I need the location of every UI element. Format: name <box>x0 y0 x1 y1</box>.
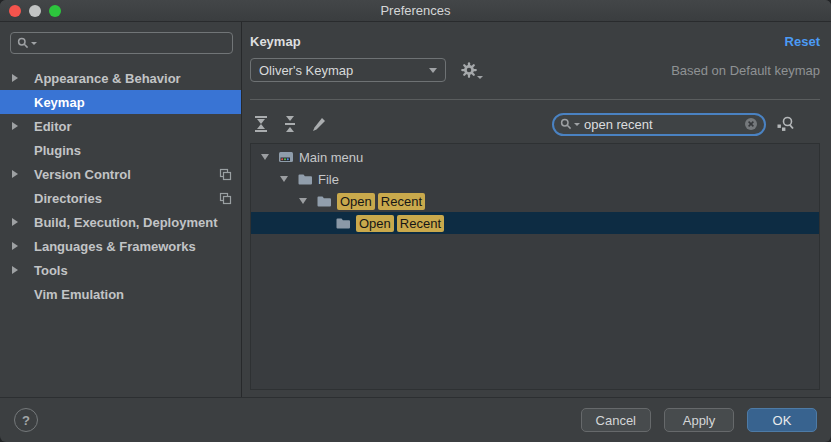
collapse-all-icon[interactable] <box>282 116 298 132</box>
keymap-select-dropdown[interactable]: Oliver's Keymap <box>250 58 446 82</box>
folder-icon <box>335 215 351 231</box>
expand-arrow-icon[interactable] <box>12 242 18 250</box>
sidebar-item-version-control[interactable]: Version Control <box>0 162 241 186</box>
collapse-arrow-icon[interactable] <box>299 198 307 204</box>
settings-sidebar: Appearance & Behavior Keymap Editor Plug… <box>0 22 242 397</box>
folder-icon <box>297 171 313 187</box>
search-match-highlight: Open <box>337 193 375 210</box>
search-match-highlight: Open <box>356 215 394 232</box>
sidebar-search-input[interactable] <box>39 35 226 52</box>
tree-row-file[interactable]: File <box>251 168 819 190</box>
search-icon <box>17 37 29 49</box>
chevron-down-icon <box>477 76 483 79</box>
ok-button[interactable]: OK <box>747 408 817 432</box>
action-search-field[interactable] <box>552 113 766 136</box>
sidebar-item-languages-frameworks[interactable]: Languages & Frameworks <box>0 234 241 258</box>
expand-arrow-icon[interactable] <box>12 170 18 178</box>
project-level-icon <box>219 168 232 181</box>
titlebar: Preferences <box>0 0 831 22</box>
keymap-actions-tree: Main menu File <box>250 143 820 390</box>
tree-row-main-menu[interactable]: Main menu <box>251 146 819 168</box>
clear-icon[interactable] <box>744 117 758 131</box>
minimize-window-button <box>29 5 41 17</box>
apply-button[interactable]: Apply <box>664 408 734 432</box>
page-title: Keymap <box>250 34 301 49</box>
expand-arrow-icon[interactable] <box>12 266 18 274</box>
traffic-lights <box>9 5 61 17</box>
sidebar-item-tools[interactable]: Tools <box>0 258 241 282</box>
sidebar-item-editor[interactable]: Editor <box>0 114 241 138</box>
tree-row-open-recent-parent[interactable]: Open Recent <box>251 190 819 212</box>
search-match-highlight: Recent <box>378 193 425 210</box>
edit-pencil-icon[interactable] <box>311 116 327 132</box>
zoom-window-button[interactable] <box>49 5 61 17</box>
expand-arrow-icon[interactable] <box>12 74 18 82</box>
main-area: Appearance & Behavior Keymap Editor Plug… <box>0 22 831 397</box>
find-shortcut-icon[interactable] <box>776 115 795 134</box>
collapse-arrow-icon[interactable] <box>261 154 269 160</box>
sidebar-item-directories[interactable]: Directories <box>0 186 241 210</box>
search-match-highlight: Recent <box>397 215 444 232</box>
cancel-button[interactable]: Cancel <box>581 408 651 432</box>
sidebar-item-build-execution-deployment[interactable]: Build, Execution, Deployment <box>0 210 241 234</box>
expand-arrow-icon[interactable] <box>12 122 18 130</box>
expand-arrow-icon[interactable] <box>12 218 18 226</box>
main-menu-icon <box>278 149 294 165</box>
window-title: Preferences <box>380 3 450 18</box>
collapse-arrow-icon[interactable] <box>280 176 288 182</box>
help-icon: ? <box>22 413 30 428</box>
sidebar-item-plugins[interactable]: Plugins <box>0 138 241 162</box>
dialog-footer: ? Cancel Apply OK <box>0 397 831 442</box>
close-window-button[interactable] <box>9 5 21 17</box>
gear-icon <box>460 61 478 79</box>
sidebar-item-keymap[interactable]: Keymap <box>0 90 241 114</box>
keymap-select-value: Oliver's Keymap <box>259 63 353 78</box>
search-options-chevron-icon[interactable] <box>574 123 580 126</box>
expand-all-icon[interactable] <box>253 116 269 132</box>
settings-category-list: Appearance & Behavior Keymap Editor Plug… <box>0 66 241 306</box>
help-button[interactable]: ? <box>14 408 38 432</box>
sidebar-search-box[interactable] <box>10 32 233 54</box>
action-search-input[interactable] <box>582 116 742 133</box>
folder-icon <box>316 193 332 209</box>
search-options-chevron-icon[interactable] <box>31 42 37 45</box>
based-on-label: Based on Default keymap <box>671 63 820 78</box>
keymap-toolbar <box>250 109 820 139</box>
tree-row-open-recent-selected[interactable]: Open Recent <box>251 212 819 234</box>
keymap-settings-panel: Keymap Reset Oliver's Keymap <box>242 22 831 397</box>
project-level-icon <box>219 192 232 205</box>
reset-link[interactable]: Reset <box>785 34 820 49</box>
preferences-window: Preferences Appearance & Behavior <box>0 0 831 442</box>
chevron-down-icon <box>429 68 437 73</box>
header-separator <box>250 99 820 100</box>
keymap-actions-button[interactable] <box>460 61 478 79</box>
search-icon <box>560 118 572 130</box>
sidebar-item-appearance-behavior[interactable]: Appearance & Behavior <box>0 66 241 90</box>
sidebar-item-vim-emulation[interactable]: Vim Emulation <box>0 282 241 306</box>
